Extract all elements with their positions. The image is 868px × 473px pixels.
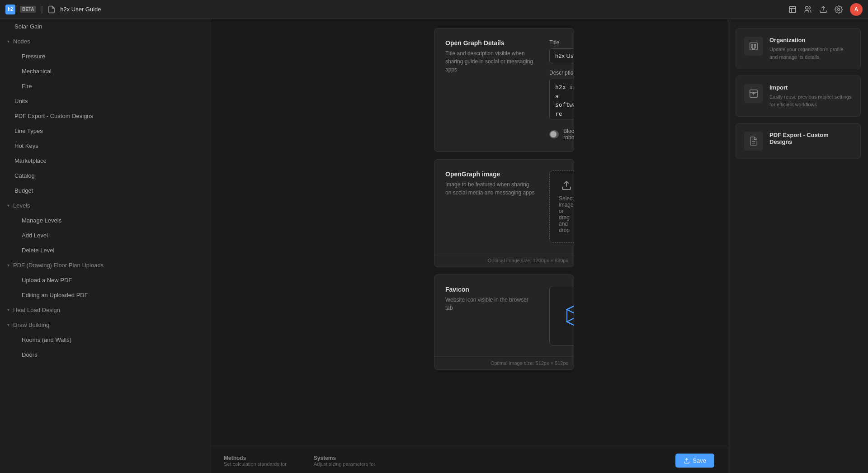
- sidebar-item-units[interactable]: Units: [0, 94, 210, 109]
- document-svg: [749, 136, 759, 146]
- upload-icon[interactable]: [819, 5, 827, 14]
- import-svg: [749, 89, 759, 99]
- bottom-systems-title: Systems: [314, 455, 375, 461]
- svg-rect-0: [789, 6, 796, 13]
- sidebar-section-heat-load[interactable]: ▾ Heat Load Design: [0, 303, 210, 317]
- sidebar-section-levels[interactable]: ▾ Levels: [0, 198, 210, 213]
- open-graph-left: Open Graph Details Title and description…: [445, 39, 536, 141]
- favicon-section-label: Favicon: [445, 286, 536, 293]
- beta-badge: BETA: [20, 6, 36, 13]
- bottom-systems-desc: Adjust sizing parameters for: [314, 461, 375, 467]
- save-label: Save: [693, 457, 706, 464]
- title-input[interactable]: [549, 48, 574, 63]
- svg-line-11: [567, 310, 574, 316]
- og-image-right: Select image or drag and drop: [549, 170, 574, 243]
- sidebar-item-hot-keys[interactable]: Hot Keys: [0, 138, 210, 153]
- sidebar-item-doors[interactable]: Doors: [0, 347, 210, 362]
- favicon-preview-image: [559, 295, 574, 336]
- chevron-down-icon: ▾: [7, 203, 9, 208]
- description-textarea[interactable]: h2x is a software tool designed for mech…: [549, 79, 574, 119]
- page-title: h2x User Guide: [60, 6, 101, 13]
- right-panel: Organization Update your organization's …: [728, 19, 868, 473]
- file-icon: [47, 5, 56, 14]
- sidebar-section-draw-building[interactable]: ▾ Draw Building: [0, 317, 210, 332]
- rp-import-content: Import Easily reuse previous project set…: [769, 84, 852, 108]
- svg-rect-15: [755, 44, 756, 46]
- import-icon: [744, 84, 763, 103]
- main-content: Open Graph Details Title and description…: [420, 19, 588, 473]
- svg-rect-14: [751, 44, 753, 46]
- og-image-left: OpenGraph image Image to be featured whe…: [445, 170, 536, 243]
- rp-organization-card[interactable]: Organization Update your organization's …: [736, 28, 861, 69]
- share-icon[interactable]: [788, 5, 797, 14]
- chevron-down-icon: ▾: [7, 322, 9, 327]
- open-graph-section-label: Open Graph Details: [445, 39, 536, 47]
- block-robots-toggle[interactable]: [549, 130, 559, 138]
- chevron-down-icon: ▾: [7, 263, 9, 268]
- topbar: h2 BETA | h2x User Guide A: [0, 0, 868, 19]
- settings-icon[interactable]: [835, 5, 843, 14]
- toggle-dot: [550, 131, 557, 137]
- sidebar-item-line-types[interactable]: Line Types: [0, 123, 210, 138]
- chevron-down-icon: ▾: [7, 307, 9, 312]
- svg-rect-17: [755, 47, 756, 48]
- open-graph-section-desc: Title and description visible when shari…: [445, 49, 536, 74]
- separator: |: [41, 5, 43, 14]
- block-robots-label: Block robots: [563, 128, 574, 141]
- favicon-right: ✕: [549, 286, 574, 345]
- topbar-actions: A: [788, 3, 863, 16]
- sidebar-item-rooms-walls[interactable]: Rooms (and Walls): [0, 332, 210, 347]
- sidebar-item-fire[interactable]: Fire: [0, 79, 210, 94]
- rp-import-card[interactable]: Import Easily reuse previous project set…: [736, 76, 861, 117]
- sidebar-item-manage-levels[interactable]: Manage Levels: [0, 213, 210, 228]
- sidebar-item-mechanical[interactable]: Mechanical: [0, 64, 210, 79]
- favicon-preview-area: ✕: [549, 286, 574, 345]
- svg-rect-16: [751, 47, 753, 48]
- sidebar-item-budget[interactable]: Budget: [0, 183, 210, 198]
- sidebar-item-upload-pdf[interactable]: Upload a New PDF: [0, 273, 210, 288]
- og-image-size-note: Optimal image size: 1200px × 630px: [434, 254, 574, 267]
- rp-organization-title: Organization: [769, 37, 852, 43]
- sidebar: Solar Gain ▾ Nodes Pressure Mechanical F…: [0, 19, 210, 473]
- svg-marker-7: [567, 303, 574, 316]
- sidebar-item-pressure[interactable]: Pressure: [0, 49, 210, 64]
- sidebar-item-edit-pdf[interactable]: Editing an Uploaded PDF: [0, 288, 210, 303]
- description-field-label: Description: [549, 70, 574, 76]
- sidebar-section-pdf-floor[interactable]: ▾ PDF (Drawing) Floor Plan Uploads: [0, 258, 210, 273]
- sidebar-item-add-level[interactable]: Add Level: [0, 228, 210, 243]
- bottom-systems: Systems Adjust sizing parameters for: [314, 455, 375, 467]
- title-field-label: Title: [549, 39, 574, 46]
- sidebar-item-solar-gain[interactable]: Solar Gain: [0, 19, 210, 34]
- opengraph-image-card: OpenGraph image Image to be featured whe…: [434, 159, 574, 267]
- user-avatar[interactable]: A: [850, 3, 863, 16]
- svg-point-3: [838, 8, 840, 10]
- save-button[interactable]: Save: [675, 454, 714, 468]
- sidebar-item-pdf-export[interactable]: PDF Export - Custom Designs: [0, 109, 210, 123]
- svg-rect-18: [752, 48, 755, 50]
- favicon-card: Favicon Website icon visible in the brow…: [434, 274, 574, 370]
- sidebar-item-marketplace[interactable]: Marketplace: [0, 153, 210, 168]
- upload-text: Select image or drag and drop: [559, 195, 574, 233]
- rp-pdf-export-title: PDF Export - Custom Designs: [769, 132, 852, 145]
- sidebar-section-nodes[interactable]: ▾ Nodes: [0, 34, 210, 49]
- og-image-section-desc: Image to be featured when sharing on soc…: [445, 180, 536, 197]
- app-logo: h2: [5, 5, 15, 14]
- upload-arrow-icon: [561, 180, 572, 191]
- people-icon[interactable]: [804, 5, 812, 14]
- og-image-section-label: OpenGraph image: [445, 170, 536, 178]
- bottom-bar: Methods Set calculation standards for Sy…: [210, 448, 728, 473]
- rp-organization-desc: Update your organization's profile and m…: [769, 46, 852, 61]
- rp-pdf-export-content: PDF Export - Custom Designs: [769, 132, 852, 147]
- favicon-size-note: Optimal image size: 512px × 512px: [434, 356, 574, 369]
- svg-rect-13: [750, 43, 758, 50]
- document-icon: [744, 132, 763, 151]
- favicon-left: Favicon Website icon visible in the brow…: [445, 286, 536, 345]
- building-svg: [749, 41, 759, 51]
- svg-point-1: [806, 6, 808, 9]
- sidebar-item-catalog[interactable]: Catalog: [0, 168, 210, 183]
- og-image-upload-area[interactable]: Select image or drag and drop: [549, 170, 574, 243]
- sidebar-item-delete-level[interactable]: Delete Level: [0, 243, 210, 258]
- open-graph-card: Open Graph Details Title and description…: [434, 28, 574, 152]
- svg-marker-8: [567, 316, 574, 328]
- rp-pdf-export-card[interactable]: PDF Export - Custom Designs: [736, 123, 861, 159]
